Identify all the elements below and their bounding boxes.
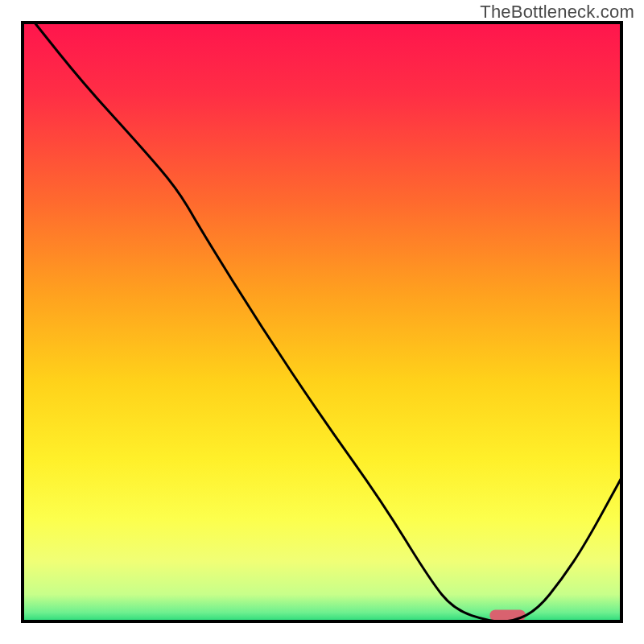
bottleneck-chart xyxy=(0,0,644,644)
gradient-background xyxy=(23,23,621,621)
optimal-marker xyxy=(489,610,526,621)
watermark-text: TheBottleneck.com xyxy=(480,2,634,23)
chart-container: TheBottleneck.com xyxy=(0,0,644,644)
